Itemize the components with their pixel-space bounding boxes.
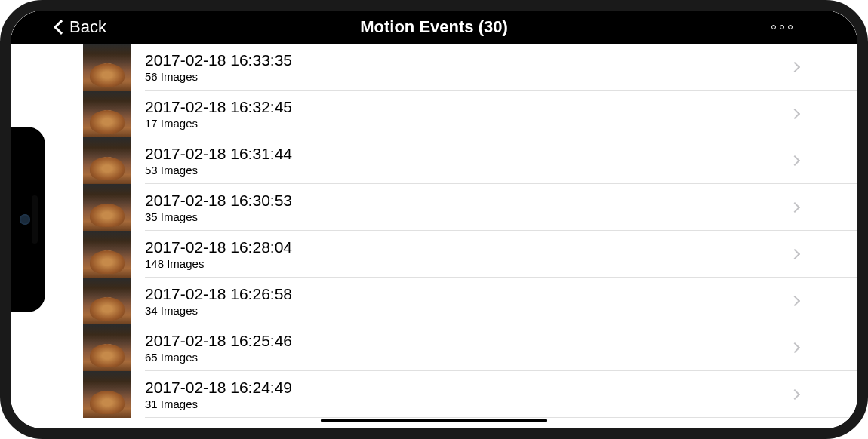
chevron-right-icon	[790, 342, 800, 353]
back-button[interactable]: Back	[56, 17, 106, 37]
chevron-right-icon	[790, 155, 800, 166]
event-thumbnail	[83, 184, 131, 231]
front-camera-icon	[20, 214, 30, 225]
event-row[interactable]: 2017-02-18 16:26:58 34 Images	[11, 278, 857, 324]
event-row[interactable]: 2017-02-18 16:31:44 53 Images	[11, 137, 857, 184]
dot-icon	[780, 25, 784, 29]
dot-icon	[788, 25, 793, 29]
event-text: 2017-02-18 16:30:53 35 Images	[131, 191, 791, 223]
navigation-bar: Back Motion Events (30)	[11, 11, 857, 44]
chevron-right-icon	[790, 296, 800, 306]
event-text: 2017-02-18 16:33:35 56 Images	[131, 51, 791, 83]
chevron-right-icon	[790, 249, 800, 259]
event-timestamp: 2017-02-18 16:33:35	[145, 51, 791, 69]
event-thumbnail	[83, 91, 131, 137]
event-text: 2017-02-18 16:32:45 17 Images	[131, 97, 791, 130]
event-timestamp: 2017-02-18 16:31:44	[145, 144, 791, 163]
event-row[interactable]: 2017-02-18 16:32:45 17 Images	[11, 91, 857, 137]
event-timestamp: 2017-02-18 16:28:04	[145, 238, 791, 256]
event-thumbnail	[83, 324, 131, 371]
event-row[interactable]: 2017-02-18 16:33:35 56 Images	[11, 44, 857, 91]
event-image-count: 31 Images	[145, 398, 791, 411]
event-text: 2017-02-18 16:31:44 53 Images	[131, 144, 791, 177]
event-image-count: 17 Images	[145, 117, 791, 130]
page-title: Motion Events (30)	[360, 17, 508, 37]
event-row[interactable]: 2017-02-18 16:28:04 148 Images	[11, 231, 857, 278]
event-timestamp: 2017-02-18 16:32:45	[145, 97, 791, 116]
event-thumbnail	[83, 137, 131, 184]
event-text: 2017-02-18 16:28:04 148 Images	[131, 238, 791, 270]
chevron-right-icon	[790, 202, 800, 213]
event-image-count: 65 Images	[145, 351, 791, 364]
home-indicator[interactable]	[321, 419, 547, 422]
event-image-count: 148 Images	[145, 257, 791, 271]
dot-icon	[771, 25, 776, 29]
event-image-count: 56 Images	[145, 70, 791, 84]
event-text: 2017-02-18 16:25:46 65 Images	[131, 331, 791, 364]
chevron-right-icon	[790, 109, 800, 119]
chevron-left-icon	[54, 20, 69, 35]
event-thumbnail	[83, 44, 131, 91]
event-image-count: 35 Images	[145, 210, 791, 224]
event-image-count: 53 Images	[145, 164, 791, 177]
events-list[interactable]: 2017-02-18 16:33:35 56 Images 2017-02-18…	[11, 44, 857, 428]
more-options-button[interactable]	[765, 19, 799, 35]
event-thumbnail	[83, 278, 131, 324]
device-frame: Back Motion Events (30) 2017-02-18 16:33…	[0, 0, 868, 439]
event-row[interactable]: 2017-02-18 16:24:49 31 Images	[11, 371, 857, 418]
event-text: 2017-02-18 16:26:58 34 Images	[131, 284, 791, 317]
chevron-right-icon	[790, 389, 800, 400]
event-timestamp: 2017-02-18 16:26:58	[145, 284, 791, 303]
event-thumbnail	[83, 371, 131, 418]
event-text: 2017-02-18 16:24:49 31 Images	[131, 378, 791, 410]
event-row[interactable]: 2017-02-18 16:25:46 65 Images	[11, 324, 857, 371]
event-image-count: 34 Images	[145, 304, 791, 318]
event-timestamp: 2017-02-18 16:25:46	[145, 331, 791, 350]
screen: Back Motion Events (30) 2017-02-18 16:33…	[11, 11, 857, 428]
event-timestamp: 2017-02-18 16:24:49	[145, 378, 791, 397]
earpiece-speaker	[32, 195, 38, 244]
back-label: Back	[69, 17, 106, 37]
event-timestamp: 2017-02-18 16:30:53	[145, 191, 791, 210]
event-row[interactable]: 2017-02-18 16:30:53 35 Images	[11, 184, 857, 231]
chevron-right-icon	[790, 62, 800, 72]
event-thumbnail	[83, 231, 131, 278]
